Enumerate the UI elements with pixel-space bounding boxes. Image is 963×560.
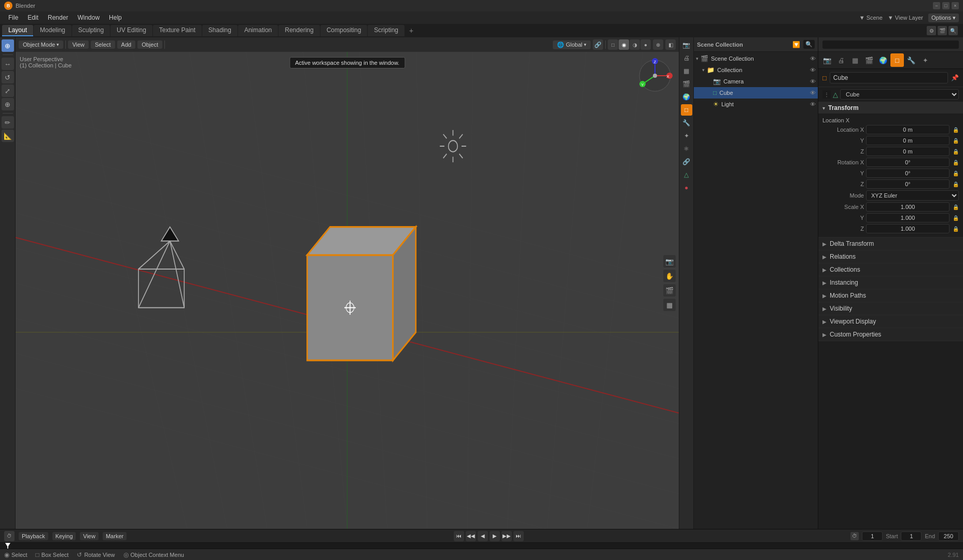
tab-shading[interactable]: Shading	[202, 25, 238, 36]
tab-uv-editing[interactable]: UV Editing	[110, 25, 152, 36]
instancing-header[interactable]: ▶ Instancing	[818, 276, 963, 289]
tab-rendering[interactable]: Rendering	[278, 25, 319, 36]
playback-btn[interactable]: Playback	[19, 532, 48, 540]
tab-scripting[interactable]: Scripting	[368, 25, 404, 36]
maximize-button[interactable]: □	[942, 2, 950, 9]
mesh-dots-btn[interactable]: ⋮	[822, 90, 831, 99]
zoom-camera-btn[interactable]: 📷	[663, 255, 676, 268]
scale-x-lock[interactable]: 🔒	[953, 204, 959, 210]
object-props-icon[interactable]: □	[681, 104, 692, 116]
physics-icon[interactable]: ⚛	[681, 143, 692, 155]
object-mode-dropdown[interactable]: Object Mode	[19, 40, 63, 49]
jump-start-btn[interactable]: ⏮	[454, 531, 464, 541]
tool-move[interactable]: ↔	[2, 58, 14, 70]
props-tab-world[interactable]: 🌍	[876, 53, 890, 67]
outliner-camera[interactable]: ▾ 📷 Camera 👁	[694, 76, 818, 87]
data-icon[interactable]: △	[681, 169, 692, 180]
rendered-shading-btn[interactable]: ●	[640, 39, 651, 50]
menu-file[interactable]: File	[4, 13, 22, 22]
marker-btn[interactable]: Marker	[103, 532, 127, 540]
current-frame-input[interactable]	[862, 531, 883, 541]
play-back-btn[interactable]: ◀	[478, 531, 488, 541]
tool-transform[interactable]: ⊕	[2, 98, 14, 110]
collection-eye[interactable]: 👁	[810, 67, 816, 73]
timeline-icon-btn[interactable]: ⏱	[4, 531, 15, 541]
select-statusbar-item[interactable]: ◉ Select	[4, 551, 27, 558]
rot-z-lock[interactable]: 🔒	[953, 181, 959, 187]
menu-help[interactable]: Help	[105, 13, 126, 22]
output-props-icon[interactable]: 🖨	[681, 52, 692, 64]
outliner-light[interactable]: ▾ ☀ Light 👁	[694, 99, 818, 110]
material-icon[interactable]: ●	[681, 182, 692, 193]
loc-z-lock[interactable]: 🔒	[953, 149, 959, 155]
material-shading-btn[interactable]: ◑	[630, 39, 640, 50]
menu-render[interactable]: Render	[44, 13, 72, 22]
obj-pin-btn[interactable]: 📌	[951, 74, 959, 81]
props-tab-modifier[interactable]: 🔧	[904, 53, 918, 67]
rot-x-lock[interactable]: 🔒	[953, 160, 959, 165]
tab-modeling[interactable]: Modeling	[34, 25, 72, 36]
camera-eye[interactable]: 👁	[810, 78, 816, 85]
context-menu-statusbar-item[interactable]: ◎ Object Context Menu	[123, 551, 184, 558]
minimize-button[interactable]: −	[933, 2, 940, 9]
tool-rotate[interactable]: ↺	[2, 71, 14, 83]
box-select-statusbar-item[interactable]: □ Box Select	[36, 551, 69, 558]
tool-measure[interactable]: 📐	[2, 130, 14, 142]
tab-animation[interactable]: Animation	[238, 25, 278, 36]
end-frame-input[interactable]	[938, 531, 959, 541]
menu-window[interactable]: Window	[73, 13, 104, 22]
location-y-input[interactable]	[866, 136, 950, 145]
collections-header[interactable]: ▶ Collections	[818, 263, 963, 276]
custom-properties-header[interactable]: ▶ Custom Properties	[818, 328, 963, 341]
motion-paths-header[interactable]: ▶ Motion Paths	[818, 289, 963, 302]
scene-props-icon[interactable]: 🎬	[681, 78, 692, 90]
add-workspace-button[interactable]: +	[405, 25, 417, 36]
viewport-3d[interactable]: Object Mode View Select Add Object 🌐 Glo…	[16, 37, 679, 529]
outliner-filter-btn[interactable]: 🔽	[792, 41, 800, 48]
snap-button[interactable]: 🔗	[593, 39, 603, 50]
tab-texture-paint[interactable]: Texture Paint	[153, 25, 202, 36]
sync-btn[interactable]: ⏱	[850, 532, 859, 540]
tool-cursor[interactable]: ⊕	[2, 39, 14, 52]
props-tab-object[interactable]: □	[890, 53, 904, 67]
view-btn[interactable]: View	[80, 532, 99, 540]
delta-transform-header[interactable]: ▶ Delta Transform	[818, 237, 963, 250]
tab-layout[interactable]: Layout	[2, 25, 33, 36]
navigation-gizmo[interactable]: X Y Z	[637, 58, 673, 93]
location-x-input[interactable]	[866, 125, 950, 134]
play-btn[interactable]: ▶	[490, 531, 500, 541]
view-menu-btn[interactable]: View	[68, 40, 89, 49]
search-icon-btn[interactable]: 🔍	[948, 26, 958, 35]
close-button[interactable]: ×	[952, 2, 959, 9]
visibility-header[interactable]: ▶ Visibility	[818, 302, 963, 315]
mesh-name-select[interactable]: Cube	[840, 89, 959, 100]
constraints-icon[interactable]: 🔗	[681, 156, 692, 167]
viewport-transform-space[interactable]: 🌐 Global	[553, 40, 591, 49]
keying-btn[interactable]: Keying	[52, 532, 76, 540]
scale-x-input[interactable]	[866, 202, 950, 212]
tool-annotate[interactable]: ✏	[2, 116, 14, 129]
tab-compositing[interactable]: Compositing	[320, 25, 368, 36]
scale-z-input[interactable]	[866, 224, 950, 233]
loc-y-lock[interactable]: 🔒	[953, 138, 959, 144]
jump-end-btn[interactable]: ⏭	[513, 531, 524, 541]
menu-edit[interactable]: Edit	[23, 13, 43, 22]
xray-btn[interactable]: ◧	[665, 39, 676, 50]
select-menu-btn[interactable]: Select	[91, 40, 115, 49]
props-tab-particles[interactable]: ✦	[918, 53, 932, 67]
wireframe-shading-btn[interactable]: □	[608, 39, 618, 50]
tab-sculpting[interactable]: Sculpting	[72, 25, 110, 36]
rot-y-lock[interactable]: 🔒	[953, 171, 959, 176]
rotation-y-input[interactable]	[866, 169, 950, 178]
world-props-icon[interactable]: 🌍	[681, 91, 692, 103]
props-tab-viewlayer[interactable]: ▦	[848, 53, 862, 67]
scale-y-lock[interactable]: 🔒	[953, 215, 959, 221]
rotation-x-input[interactable]	[866, 158, 950, 167]
loc-x-lock[interactable]: 🔒	[953, 127, 959, 133]
scale-z-lock[interactable]: 🔒	[953, 226, 959, 232]
rotation-mode-select[interactable]: XYZ Euler	[866, 190, 959, 201]
outliner-scene-collection[interactable]: ▾ 🎬 Scene Collection 👁	[694, 53, 818, 64]
props-tab-render[interactable]: 📷	[820, 53, 834, 67]
step-forward-btn[interactable]: ▶▶	[501, 531, 512, 541]
light-eye[interactable]: 👁	[810, 101, 816, 107]
